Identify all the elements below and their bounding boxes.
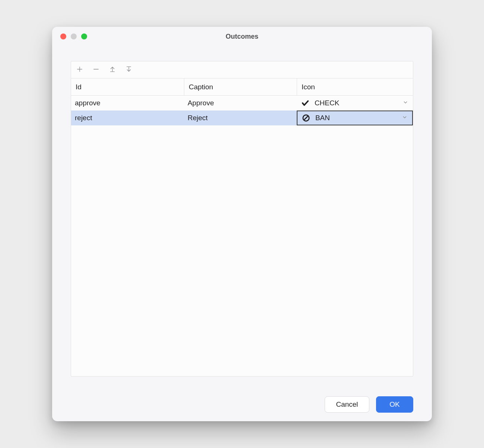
move-down-button[interactable] bbox=[123, 64, 134, 76]
table-toolbar bbox=[71, 61, 413, 79]
cancel-button[interactable]: Cancel bbox=[325, 396, 369, 413]
table-row[interactable]: approve Approve CHECK bbox=[71, 96, 413, 111]
outcomes-table-panel: Id Caption Icon approve Approve CHECK bbox=[71, 61, 413, 377]
ok-button[interactable]: OK bbox=[376, 396, 413, 413]
content-area: Id Caption Icon approve Approve CHECK bbox=[52, 46, 432, 388]
cell-icon-dropdown[interactable]: BAN bbox=[297, 111, 413, 125]
table-row[interactable]: reject Reject BAN bbox=[71, 111, 413, 125]
chevron-down-icon bbox=[402, 114, 408, 122]
svg-line-1 bbox=[304, 116, 308, 120]
remove-button[interactable] bbox=[90, 64, 102, 76]
arrow-down-icon bbox=[125, 65, 133, 74]
table-body: approve Approve CHECK reject Reject bbox=[71, 96, 413, 376]
arrow-up-icon bbox=[109, 65, 116, 74]
chevron-down-icon bbox=[402, 99, 408, 107]
move-up-button[interactable] bbox=[107, 64, 118, 76]
icon-name-label: CHECK bbox=[315, 99, 340, 107]
outcomes-dialog: Outcomes bbox=[52, 27, 432, 421]
cell-caption[interactable]: Approve bbox=[184, 96, 297, 111]
window-title: Outcomes bbox=[52, 33, 432, 41]
plus-icon bbox=[76, 65, 83, 74]
icon-name-label: BAN bbox=[315, 114, 330, 122]
titlebar: Outcomes bbox=[52, 27, 432, 46]
cell-id[interactable]: reject bbox=[71, 111, 184, 125]
column-header-icon[interactable]: Icon bbox=[297, 79, 413, 95]
cell-id[interactable]: approve bbox=[71, 96, 184, 111]
cell-icon-dropdown[interactable]: CHECK bbox=[297, 96, 413, 111]
column-header-caption[interactable]: Caption bbox=[184, 79, 297, 95]
add-button[interactable] bbox=[74, 64, 85, 76]
minus-icon bbox=[92, 65, 100, 74]
ban-icon bbox=[301, 114, 311, 122]
dialog-footer: Cancel OK bbox=[52, 388, 432, 421]
check-icon bbox=[300, 99, 310, 107]
table-header-row: Id Caption Icon bbox=[71, 79, 413, 96]
column-header-id[interactable]: Id bbox=[71, 79, 184, 95]
cell-caption[interactable]: Reject bbox=[184, 111, 297, 125]
